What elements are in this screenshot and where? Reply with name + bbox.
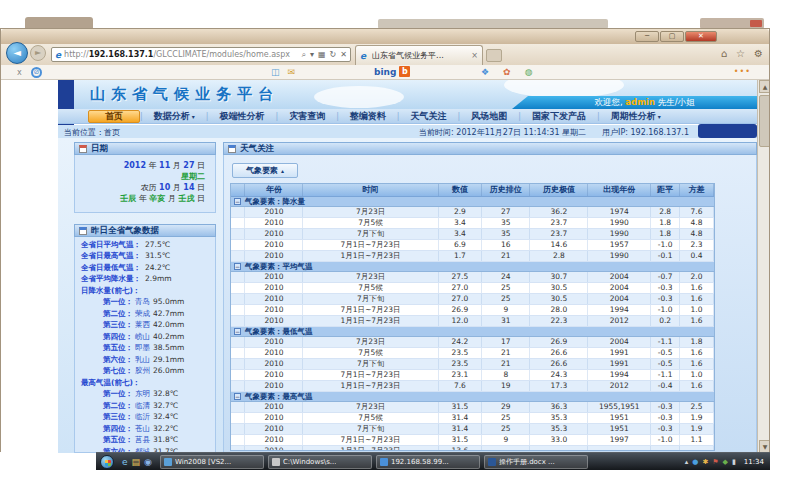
table-row[interactable]: 20107月5候27.02530.52004-0.31.6 [231, 283, 714, 294]
table-row[interactable]: 20107月5候23.52126.61991-0.51.6 [231, 348, 714, 359]
table-cell: 17.3 [530, 381, 588, 391]
table-row[interactable]: 20107月23日2.92736.219742.87.6 [231, 207, 714, 218]
table-group-header[interactable]: −气象要素：平均气温 [231, 262, 714, 272]
corner-tab[interactable] [698, 124, 757, 138]
table-row[interactable]: 20101月1日~7月23日1.7212.81990-0.10.4 [231, 251, 714, 262]
table-cell: 14.6 [530, 240, 588, 250]
stop-icon[interactable]: ✕ [340, 50, 347, 60]
table-row[interactable]: 20107月5候31.42535.31951-0.31.9 [231, 413, 714, 424]
table-row[interactable]: 20101月1日~7月23日13.6 [231, 446, 714, 451]
start-button[interactable] [100, 455, 114, 469]
toolbar-addon-icon[interactable]: ✿ [503, 67, 511, 77]
quick-launch-icon[interactable]: ◉ [144, 454, 152, 470]
scrollbar-thumb[interactable] [759, 95, 769, 147]
maximize-button[interactable]: ▢ [660, 31, 684, 42]
table-row[interactable]: 20107月下旬27.02530.52004-0.31.6 [231, 294, 714, 305]
element-filter-button[interactable]: 气象要素 ▴ [232, 163, 298, 178]
toolbar-close-icon[interactable]: x [17, 68, 22, 77]
nav-tab-8[interactable]: 周期性分析▾ [600, 110, 672, 123]
nav-tab-5[interactable]: 天气关注 [400, 110, 458, 123]
window-titlebar[interactable]: ─ ▢ ✕ [1, 29, 769, 44]
table-cell: -0.3 [651, 424, 680, 434]
url-text[interactable]: http://192.168.137.1/GLCCLIMATE/modules/… [64, 50, 301, 59]
scroll-up-icon[interactable]: ▲ [759, 80, 769, 93]
tray-icon[interactable]: ▴ [685, 454, 689, 470]
rank-label: 第六位： [75, 355, 133, 364]
tab-close-icon[interactable]: × [471, 51, 478, 60]
table-row[interactable]: 20101月1日~7月23日7.61917.32012-0.41.6 [231, 381, 714, 392]
tray-icon[interactable]: ✱ [702, 454, 708, 470]
settings-gear-icon[interactable]: ⚙ [754, 48, 763, 59]
nav-tab-1[interactable]: 数据分析▾ [143, 110, 206, 123]
table-row[interactable]: 20101月1日~7月23日12.03122.320120.21.6 [231, 316, 714, 327]
back-button[interactable]: ◄ [6, 42, 28, 64]
collapse-box-icon[interactable]: − [234, 328, 241, 335]
table-cell: 1.8 [680, 337, 714, 347]
more-options-icon[interactable]: ••• [734, 67, 751, 76]
chevron-down-icon[interactable]: ▾ [310, 50, 314, 60]
table-group-header[interactable]: −气象要素：降水量 [231, 197, 714, 207]
tray-icon[interactable]: ⚑ [712, 454, 718, 470]
favorites-star-icon[interactable]: ☆ [736, 48, 745, 59]
taskbar-app-button[interactable]: Win2008 [VS2... [160, 455, 264, 469]
calendar-text: 27 [183, 161, 194, 170]
tray-icon[interactable]: ● [692, 454, 698, 470]
nav-tab-7[interactable]: 国家下发产品 [521, 110, 597, 123]
table-cell [651, 446, 680, 451]
row-select-cell [231, 305, 245, 315]
quick-launch-icon[interactable]: e [122, 454, 128, 470]
table-row[interactable]: 20107月下旬3.43523.719901.84.8 [231, 229, 714, 240]
tray-icon[interactable]: ◆ [723, 454, 728, 470]
station-value: 42.0mm [153, 320, 184, 329]
nav-tab-4[interactable]: 整编资料 [339, 110, 397, 123]
vertical-scrollbar[interactable]: ▲ ▼ [757, 80, 769, 453]
address-bar[interactable]: e http://192.168.137.1/GLCCLIMATE/module… [51, 47, 351, 62]
taskbar-clock[interactable]: 11:34 [744, 454, 764, 470]
addon-logo-icon[interactable]: ⊘ [31, 67, 42, 78]
table-row[interactable]: 20107月1日~7月23日26.9928.01994-1.01.0 [231, 305, 714, 316]
table-row[interactable]: 20107月1日~7月23日6.91614.61957-1.02.3 [231, 240, 714, 251]
bing-search[interactable]: bing b [374, 66, 410, 77]
taskbar-app-button[interactable]: C:\Windows\s... [268, 455, 372, 469]
table-row[interactable]: 20107月23日31.52936.31955,1951-0.32.5 [231, 402, 714, 413]
quick-launch-icon[interactable]: ▤ [132, 454, 141, 470]
table-row[interactable]: 20107月5候3.43523.719901.84.8 [231, 218, 714, 229]
table-group-header[interactable]: −气象要素：最高气温 [231, 392, 714, 402]
collapse-box-icon[interactable]: − [234, 393, 241, 400]
toolbar-addon-icon[interactable]: ✉ [288, 67, 296, 77]
collapse-box-icon[interactable]: − [234, 198, 241, 205]
toolbar-addon-icon[interactable]: ◍ [525, 67, 533, 77]
compatibility-icon[interactable]: ▦ [318, 50, 326, 60]
new-tab-button[interactable] [486, 49, 502, 62]
toolbar-addon-icon[interactable]: ❖ [481, 67, 489, 77]
table-row[interactable]: 20107月1日~7月23日23.1824.31994-1.11.0 [231, 370, 714, 381]
tray-icon[interactable]: ▮ [732, 454, 736, 470]
table-cell: 7月1日~7月23日 [303, 370, 438, 380]
collapse-box-icon[interactable]: − [234, 263, 241, 270]
table-row[interactable]: 20107月23日27.52430.72004-0.72.0 [231, 272, 714, 283]
rank-item: 第四位：崂山40.2mm [75, 332, 215, 341]
table-cell: 23.5 [439, 359, 482, 369]
taskbar-app-button[interactable]: 192.168.58.99... [376, 455, 480, 469]
table-row[interactable]: 20107月23日24.21726.92004-1.11.8 [231, 337, 714, 348]
nav-tab-2[interactable]: 极端性分析 [208, 110, 275, 123]
table-group-header[interactable]: −气象要素：最低气温 [231, 327, 714, 337]
calendar-icon [79, 145, 87, 153]
table-row[interactable]: 20107月下旬23.52126.61991-0.51.6 [231, 359, 714, 370]
minimize-button[interactable]: ─ [635, 31, 659, 42]
taskbar-app-button[interactable]: 操作手册.docx ... [484, 455, 588, 469]
nav-tab-6[interactable]: 风场地图 [460, 110, 518, 123]
table-cell: 2010 [245, 381, 303, 391]
nav-tab-0[interactable]: 首页 [88, 110, 140, 123]
table-row[interactable]: 20107月下旬31.42535.31951-0.31.9 [231, 424, 714, 435]
home-icon[interactable]: ⌂ [721, 48, 727, 59]
table-row[interactable]: 20107月1日~7月23日31.5933.01997-1.01.1 [231, 435, 714, 446]
nav-tab-3[interactable]: 灾害查询 [278, 110, 336, 123]
station-value: 38.5mm [153, 343, 184, 352]
toolbar-addon-icon[interactable]: ◫ [271, 67, 280, 77]
close-button[interactable]: ✕ [685, 31, 717, 42]
forward-button[interactable]: ► [30, 45, 46, 61]
search-icon[interactable]: ⌕ [302, 50, 306, 60]
refresh-icon[interactable]: ↻ [330, 50, 337, 60]
browser-tab[interactable]: e 山东省气候业务平... × [355, 45, 483, 65]
